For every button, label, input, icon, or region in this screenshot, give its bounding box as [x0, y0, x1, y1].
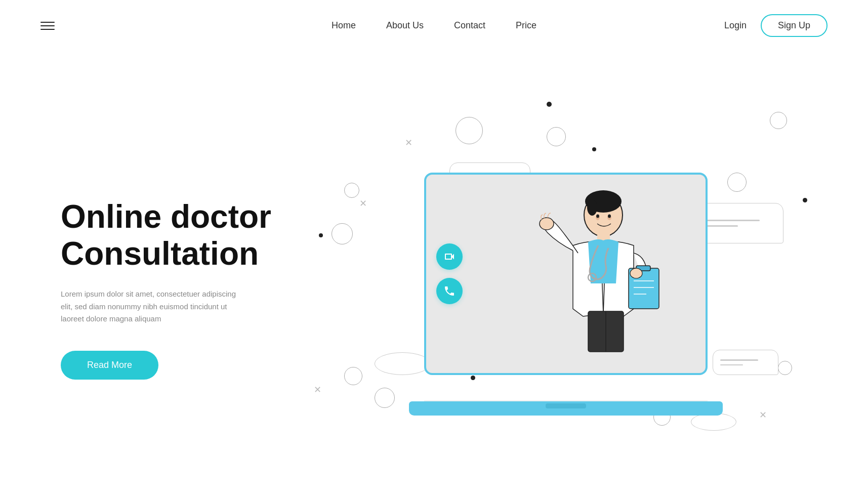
deco-circle-8	[778, 361, 792, 375]
video-call-button[interactable]	[436, 243, 463, 270]
nav-item-contact[interactable]: Contact	[454, 20, 485, 31]
deco-circle-2	[547, 127, 566, 146]
hero-description: Lorem ipsum dolor sit amet, consectetuer…	[61, 288, 243, 325]
laptop-base	[409, 401, 723, 416]
svg-point-5	[596, 215, 599, 218]
deco-dot-4	[803, 198, 807, 202]
deco-x-5: ✕	[314, 384, 321, 395]
laptop-illustration	[409, 173, 723, 416]
deco-dot-3	[319, 233, 323, 237]
laptop-screen	[424, 173, 708, 375]
nav-item-about[interactable]: About Us	[386, 20, 424, 31]
deco-circle-4	[332, 223, 353, 244]
deco-circle-6	[770, 112, 787, 129]
deco-dot-1	[547, 102, 552, 107]
deco-x-4: ✕	[759, 409, 767, 421]
nav-actions: Login Sign Up	[724, 14, 828, 37]
deco-x-2: ✕	[359, 198, 367, 209]
deco-circle-1	[456, 117, 483, 144]
hero-title: Online doctor Consultation	[61, 198, 304, 273]
svg-point-2	[587, 199, 597, 216]
login-button[interactable]: Login	[724, 20, 747, 31]
nav-links: Home About Us Contact Price	[332, 20, 536, 31]
deco-oval-2	[691, 413, 736, 431]
hero-illustration: ✕ ✕ ✕ ✕ ✕	[304, 81, 828, 496]
chat-bubble-small	[713, 350, 778, 375]
svg-point-15	[630, 268, 642, 278]
hero-left-content: Online doctor Consultation Lorem ipsum d…	[61, 198, 304, 380]
phone-icon	[443, 285, 456, 297]
hero-section: Online doctor Consultation Lorem ipsum d…	[0, 51, 868, 496]
hamburger-menu[interactable]	[40, 22, 55, 30]
deco-circle-9	[375, 388, 395, 408]
deco-circle-7	[727, 173, 747, 192]
svg-point-6	[608, 215, 611, 218]
deco-circle-3	[344, 183, 359, 198]
navigation: Home About Us Contact Price Login Sign U…	[0, 0, 868, 51]
action-buttons	[436, 243, 463, 304]
laptop-keyboard-line	[424, 400, 708, 401]
doctor-svg	[457, 159, 699, 387]
deco-x-1: ✕	[405, 137, 412, 148]
nav-item-home[interactable]: Home	[332, 20, 356, 31]
deco-circle-5	[344, 367, 362, 385]
deco-dot-2	[592, 147, 596, 151]
read-more-button[interactable]: Read More	[61, 351, 158, 380]
video-icon	[443, 251, 456, 263]
signup-button[interactable]: Sign Up	[761, 14, 828, 37]
phone-call-button[interactable]	[436, 278, 463, 304]
nav-item-price[interactable]: Price	[516, 20, 536, 31]
